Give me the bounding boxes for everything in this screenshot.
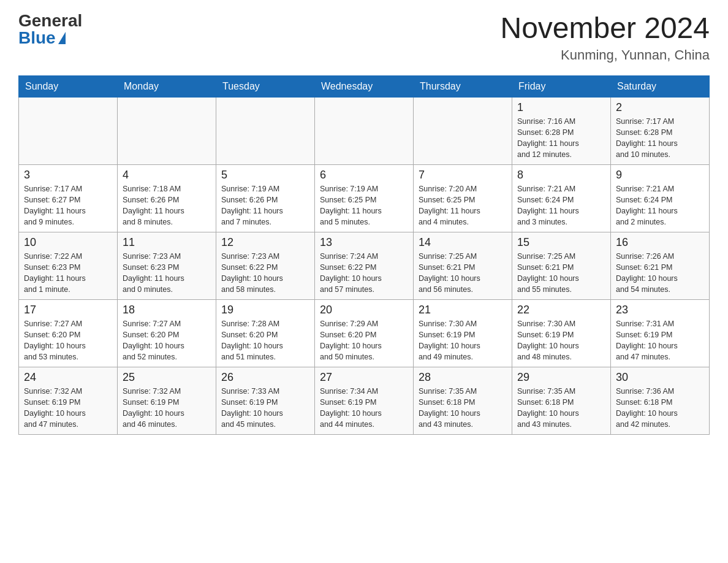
day-number: 4 — [123, 169, 211, 182]
day-info: Sunrise: 7:19 AM Sunset: 6:26 PM Dayligh… — [221, 183, 309, 228]
calendar-cell: 6Sunrise: 7:19 AM Sunset: 6:25 PM Daylig… — [315, 164, 414, 232]
calendar-cell — [19, 97, 118, 164]
day-info: Sunrise: 7:27 AM Sunset: 6:20 PM Dayligh… — [24, 318, 112, 363]
day-number: 1 — [517, 101, 605, 114]
day-number: 9 — [616, 169, 704, 182]
day-number: 27 — [320, 371, 408, 384]
location-title: Kunming, Yunnan, China — [500, 47, 710, 63]
day-number: 24 — [24, 371, 112, 384]
calendar-cell — [118, 97, 216, 164]
day-number: 6 — [320, 169, 408, 182]
day-number: 28 — [419, 371, 507, 384]
day-info: Sunrise: 7:22 AM Sunset: 6:23 PM Dayligh… — [24, 251, 112, 296]
day-number: 11 — [123, 236, 211, 249]
day-info: Sunrise: 7:35 AM Sunset: 6:18 PM Dayligh… — [517, 386, 605, 431]
day-of-week-header: Wednesday — [315, 75, 414, 97]
calendar-cell — [315, 97, 414, 164]
day-info: Sunrise: 7:17 AM Sunset: 6:28 PM Dayligh… — [616, 116, 704, 161]
day-number: 2 — [616, 101, 704, 114]
day-info: Sunrise: 7:25 AM Sunset: 6:21 PM Dayligh… — [419, 251, 507, 296]
day-number: 5 — [221, 169, 309, 182]
day-number: 26 — [221, 371, 309, 384]
calendar-cell: 7Sunrise: 7:20 AM Sunset: 6:25 PM Daylig… — [414, 164, 512, 232]
day-info: Sunrise: 7:20 AM Sunset: 6:25 PM Dayligh… — [419, 183, 507, 228]
day-info: Sunrise: 7:19 AM Sunset: 6:25 PM Dayligh… — [320, 183, 408, 228]
day-of-week-header: Friday — [512, 75, 611, 97]
calendar-cell: 23Sunrise: 7:31 AM Sunset: 6:19 PM Dayli… — [611, 299, 710, 367]
calendar-cell: 22Sunrise: 7:30 AM Sunset: 6:19 PM Dayli… — [512, 299, 611, 367]
day-info: Sunrise: 7:29 AM Sunset: 6:20 PM Dayligh… — [320, 318, 408, 363]
calendar-week-row: 3Sunrise: 7:17 AM Sunset: 6:27 PM Daylig… — [19, 164, 710, 232]
day-info: Sunrise: 7:34 AM Sunset: 6:19 PM Dayligh… — [320, 386, 408, 431]
calendar-cell: 17Sunrise: 7:27 AM Sunset: 6:20 PM Dayli… — [19, 299, 118, 367]
day-info: Sunrise: 7:16 AM Sunset: 6:28 PM Dayligh… — [517, 116, 605, 161]
day-info: Sunrise: 7:25 AM Sunset: 6:21 PM Dayligh… — [517, 251, 605, 296]
day-info: Sunrise: 7:27 AM Sunset: 6:20 PM Dayligh… — [123, 318, 211, 363]
day-number: 30 — [616, 371, 704, 384]
day-info: Sunrise: 7:30 AM Sunset: 6:19 PM Dayligh… — [517, 318, 605, 363]
day-info: Sunrise: 7:31 AM Sunset: 6:19 PM Dayligh… — [616, 318, 704, 363]
day-info: Sunrise: 7:18 AM Sunset: 6:26 PM Dayligh… — [123, 183, 211, 228]
calendar-cell: 9Sunrise: 7:21 AM Sunset: 6:24 PM Daylig… — [611, 164, 710, 232]
calendar-cell: 10Sunrise: 7:22 AM Sunset: 6:23 PM Dayli… — [19, 232, 118, 299]
title-section: November 2024 Kunming, Yunnan, China — [500, 12, 710, 63]
day-of-week-header: Tuesday — [216, 75, 315, 97]
calendar-cell: 3Sunrise: 7:17 AM Sunset: 6:27 PM Daylig… — [19, 164, 118, 232]
logo: General Blue — [18, 12, 82, 47]
calendar-table: SundayMondayTuesdayWednesdayThursdayFrid… — [18, 75, 710, 435]
calendar-cell: 16Sunrise: 7:26 AM Sunset: 6:21 PM Dayli… — [611, 232, 710, 299]
calendar-cell: 25Sunrise: 7:32 AM Sunset: 6:19 PM Dayli… — [118, 367, 216, 434]
calendar-cell: 21Sunrise: 7:30 AM Sunset: 6:19 PM Dayli… — [414, 299, 512, 367]
day-info: Sunrise: 7:28 AM Sunset: 6:20 PM Dayligh… — [221, 318, 309, 363]
calendar-cell: 5Sunrise: 7:19 AM Sunset: 6:26 PM Daylig… — [216, 164, 315, 232]
day-number: 23 — [616, 304, 704, 316]
calendar-cell: 1Sunrise: 7:16 AM Sunset: 6:28 PM Daylig… — [512, 97, 611, 164]
day-number: 13 — [320, 236, 408, 249]
logo-blue-text: Blue — [18, 29, 66, 47]
calendar-cell: 12Sunrise: 7:23 AM Sunset: 6:22 PM Dayli… — [216, 232, 315, 299]
calendar-cell: 27Sunrise: 7:34 AM Sunset: 6:19 PM Dayli… — [315, 367, 414, 434]
day-number: 16 — [616, 236, 704, 249]
day-info: Sunrise: 7:36 AM Sunset: 6:18 PM Dayligh… — [616, 386, 704, 431]
calendar-cell: 30Sunrise: 7:36 AM Sunset: 6:18 PM Dayli… — [611, 367, 710, 434]
calendar-cell: 29Sunrise: 7:35 AM Sunset: 6:18 PM Dayli… — [512, 367, 611, 434]
calendar-week-row: 17Sunrise: 7:27 AM Sunset: 6:20 PM Dayli… — [19, 299, 710, 367]
day-number: 20 — [320, 304, 408, 316]
calendar-week-row: 1Sunrise: 7:16 AM Sunset: 6:28 PM Daylig… — [19, 97, 710, 164]
day-of-week-header: Monday — [118, 75, 216, 97]
calendar-cell: 28Sunrise: 7:35 AM Sunset: 6:18 PM Dayli… — [414, 367, 512, 434]
day-number: 3 — [24, 169, 112, 182]
logo-general-text: General — [18, 12, 82, 29]
day-number: 17 — [24, 304, 112, 316]
header-row: SundayMondayTuesdayWednesdayThursdayFrid… — [19, 75, 710, 97]
day-info: Sunrise: 7:35 AM Sunset: 6:18 PM Dayligh… — [419, 386, 507, 431]
calendar-cell: 14Sunrise: 7:25 AM Sunset: 6:21 PM Dayli… — [414, 232, 512, 299]
day-info: Sunrise: 7:21 AM Sunset: 6:24 PM Dayligh… — [517, 183, 605, 228]
calendar-cell — [216, 97, 315, 164]
day-of-week-header: Thursday — [414, 75, 512, 97]
day-number: 8 — [517, 169, 605, 182]
calendar-cell: 20Sunrise: 7:29 AM Sunset: 6:20 PM Dayli… — [315, 299, 414, 367]
day-info: Sunrise: 7:26 AM Sunset: 6:21 PM Dayligh… — [616, 251, 704, 296]
calendar-cell: 8Sunrise: 7:21 AM Sunset: 6:24 PM Daylig… — [512, 164, 611, 232]
day-number: 12 — [221, 236, 309, 249]
calendar-cell: 26Sunrise: 7:33 AM Sunset: 6:19 PM Dayli… — [216, 367, 315, 434]
calendar-cell: 4Sunrise: 7:18 AM Sunset: 6:26 PM Daylig… — [118, 164, 216, 232]
day-number: 10 — [24, 236, 112, 249]
calendar-week-row: 10Sunrise: 7:22 AM Sunset: 6:23 PM Dayli… — [19, 232, 710, 299]
calendar-cell — [414, 97, 512, 164]
day-number: 14 — [419, 236, 507, 249]
day-info: Sunrise: 7:32 AM Sunset: 6:19 PM Dayligh… — [123, 386, 211, 431]
day-info: Sunrise: 7:23 AM Sunset: 6:22 PM Dayligh… — [221, 251, 309, 296]
day-of-week-header: Saturday — [611, 75, 710, 97]
day-info: Sunrise: 7:30 AM Sunset: 6:19 PM Dayligh… — [419, 318, 507, 363]
day-info: Sunrise: 7:24 AM Sunset: 6:22 PM Dayligh… — [320, 251, 408, 296]
logo-triangle-icon — [58, 32, 66, 44]
day-info: Sunrise: 7:32 AM Sunset: 6:19 PM Dayligh… — [24, 386, 112, 431]
calendar-header: SundayMondayTuesdayWednesdayThursdayFrid… — [19, 75, 710, 97]
calendar-cell: 2Sunrise: 7:17 AM Sunset: 6:28 PM Daylig… — [611, 97, 710, 164]
day-number: 21 — [419, 304, 507, 316]
day-number: 7 — [419, 169, 507, 182]
day-number: 25 — [123, 371, 211, 384]
calendar-cell: 13Sunrise: 7:24 AM Sunset: 6:22 PM Dayli… — [315, 232, 414, 299]
